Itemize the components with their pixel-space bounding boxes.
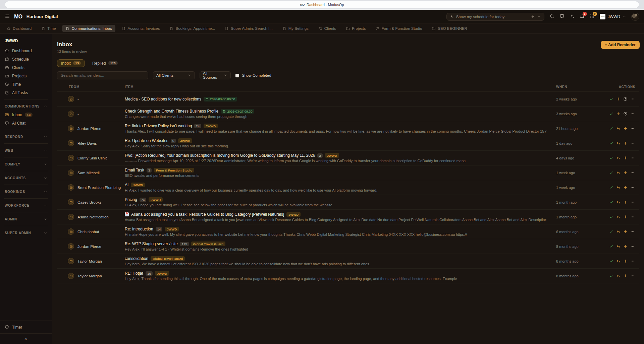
sidebar-item-all-tasks[interactable]: All Tasks [0, 88, 52, 97]
microphone-icon[interactable] [531, 14, 535, 19]
reply-action-button[interactable] [615, 155, 621, 161]
sidebar-item-timer[interactable]: Timer [0, 321, 52, 333]
snooze-action-button[interactable] [623, 111, 628, 117]
more-action-button[interactable] [630, 229, 635, 234]
complete-action-button[interactable] [608, 258, 614, 264]
item-cell[interactable]: Re: link to Privacy Policy isn't working… [123, 124, 553, 133]
add-action-button[interactable] [623, 258, 628, 264]
page-tab-form-function-studio[interactable]: Form & Function Studio [372, 25, 426, 32]
item-cell[interactable]: AIJWWDHi Alex, I wanted to give you a cl… [123, 183, 553, 192]
sidebar-item-inbox[interactable]: Inbox13 [0, 111, 52, 119]
sidebar-section-bookings[interactable]: BOOKINGS [0, 187, 52, 196]
page-tab-super-admin-search-i[interactable]: Super Admin: Search I... [221, 25, 276, 32]
more-action-button[interactable] [630, 185, 635, 190]
inbox-row[interactable]: Taylor MorganconsolidationGlobal Travel … [57, 254, 639, 269]
complete-action-button[interactable] [608, 199, 614, 205]
complete-action-button[interactable] [608, 96, 614, 102]
inbox-row[interactable]: Casey BrooksPricing74JWWDHi Alex, I hope… [57, 195, 639, 210]
search-button[interactable] [549, 14, 554, 20]
item-cell[interactable]: Fwd: [Action Required] Your domain subsc… [123, 153, 553, 163]
add-action-button[interactable] [623, 273, 628, 279]
browser-tab[interactable]: MO Dashboard - ModusOp [5, 1, 639, 8]
command-bar[interactable]: Show my schedule for today... [446, 13, 544, 21]
workspace-switcher[interactable]: JWWD JWWD [600, 14, 626, 20]
more-action-button[interactable] [630, 273, 635, 279]
sidebar-item-schedule[interactable]: Schedule [0, 55, 52, 63]
page-tab-seo-beginner[interactable]: SEO BEGINNER [428, 25, 471, 32]
complete-action-button[interactable] [608, 140, 614, 146]
apps-grid-button[interactable]: 9 [590, 14, 595, 20]
sidebar-section-admin[interactable]: ADMIN [0, 215, 52, 223]
page-tab-dashboard[interactable]: Dashboard [3, 25, 35, 32]
item-cell[interactable]: Pricing74JWWDHi Alex, I hope you are doi… [123, 197, 553, 207]
reply-action-button[interactable] [615, 140, 621, 146]
item-cell[interactable]: Re: WTP Staging server / site125Global T… [123, 242, 553, 251]
source-filter-select[interactable]: All Sources [200, 71, 231, 79]
add-action-button[interactable] [623, 140, 628, 146]
sidebar-section-web[interactable]: WEB [0, 146, 52, 155]
snooze-action-button[interactable] [623, 96, 628, 102]
complete-action-button[interactable] [608, 273, 614, 279]
inbox-row[interactable]: Chris shabatRe: Introduction14JWWDHi mat… [57, 224, 639, 239]
complete-action-button[interactable] [608, 229, 614, 234]
add-action-button[interactable] [623, 244, 628, 249]
sidebar-section-accounts[interactable]: ACCOUNTS [0, 174, 52, 182]
chevron-down-icon[interactable] [537, 14, 541, 19]
sidebar-item-clients[interactable]: Clients [0, 63, 52, 72]
add-reminder-button[interactable]: + Add Reminder [601, 41, 640, 49]
reply-action-button[interactable] [615, 214, 621, 220]
page-tab-clients[interactable]: Clients [315, 25, 339, 32]
reply-action-button[interactable] [615, 258, 621, 264]
more-action-button[interactable] [630, 199, 635, 205]
sidebar-section-comply[interactable]: COMPLY [0, 160, 52, 168]
view-tab-replied[interactable]: Replied125 [88, 59, 122, 67]
sidebar-section-communications[interactable]: COMMUNICATIONS [0, 102, 52, 111]
item-cell[interactable]: Email Task3Form & Function StudioSEO twe… [123, 168, 553, 178]
inbox-row[interactable]: Clarity Skin ClinicFwd: [Action Required… [57, 151, 639, 165]
complete-action-button[interactable] [608, 214, 614, 220]
client-filter-select[interactable]: All Clients [153, 71, 195, 79]
item-cell[interactable]: Re: Update on Websites5JWWDHey Alex, Sor… [123, 138, 553, 148]
sidebar-item-dashboard[interactable]: Dashboard [0, 47, 52, 55]
inbox-row[interactable]: Sam MitchellEmail Task3Form & Function S… [57, 165, 639, 180]
complete-action-button[interactable] [608, 170, 614, 176]
add-action-button[interactable] [623, 229, 628, 234]
more-action-button[interactable] [630, 140, 635, 146]
complete-action-button[interactable] [608, 185, 614, 190]
sidebar-item-time[interactable]: Time [0, 80, 52, 88]
reply-action-button[interactable] [615, 244, 621, 249]
add-action-button[interactable] [615, 111, 621, 117]
add-action-button[interactable] [623, 155, 628, 161]
item-cell[interactable]: Check Strength and Growth Fitness Busine… [123, 109, 553, 119]
reply-action-button[interactable] [615, 126, 621, 131]
item-cell[interactable]: Re: Introduction14JWWDHi mate Hope you a… [123, 227, 553, 236]
complete-action-button[interactable] [608, 111, 614, 117]
messages-button[interactable] [559, 14, 565, 20]
add-action-button[interactable] [615, 96, 621, 102]
more-action-button[interactable] [630, 258, 635, 264]
page-tab-time[interactable]: Time [38, 25, 59, 32]
menu-toggle-button[interactable] [5, 13, 10, 20]
inbox-row[interactable]: -Check Strength and Growth Fitness Busin… [57, 107, 639, 121]
view-tab-inbox[interactable]: Inbox13 [57, 59, 85, 67]
item-cell[interactable]: RE: Hotjar15JWWDHey Alex, Thanks for sen… [123, 271, 553, 281]
page-tab-accounts-invoices[interactable]: Accounts: Invoices [118, 25, 163, 32]
search-input[interactable] [57, 71, 148, 79]
sidebar-item-projects[interactable]: Projects [0, 72, 52, 80]
reply-action-button[interactable] [615, 229, 621, 234]
inbox-row[interactable]: Jordan PierceRe: WTP Staging server / si… [57, 239, 639, 254]
reply-action-button[interactable] [615, 170, 621, 176]
notifications-button[interactable]: 6 [580, 14, 585, 20]
inbox-row[interactable]: Asana NotificationAsana Bot assigned you… [57, 210, 639, 224]
page-tab-projects[interactable]: Projects [342, 25, 369, 32]
more-action-button[interactable] [630, 96, 635, 102]
reply-action-button[interactable] [615, 199, 621, 205]
add-action-button[interactable] [623, 126, 628, 131]
complete-action-button[interactable] [608, 155, 614, 161]
sidebar-collapse-button[interactable]: « [0, 333, 52, 344]
sidebar-item-ai-chat[interactable]: AI Chat [0, 119, 52, 127]
more-action-button[interactable] [630, 111, 635, 117]
more-action-button[interactable] [630, 155, 635, 161]
sidebar-section-workforce[interactable]: WORKFORCE [0, 201, 52, 210]
reply-action-button[interactable] [615, 273, 621, 279]
